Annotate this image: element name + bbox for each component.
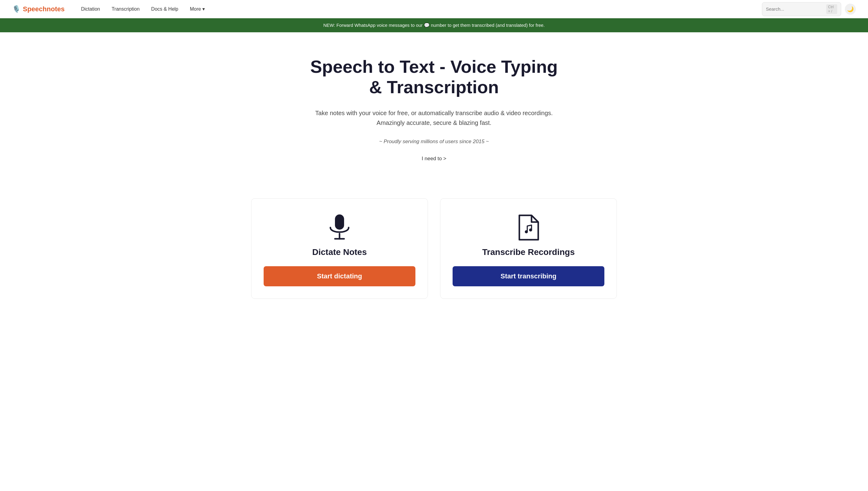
hero-cta[interactable]: I need to > — [309, 156, 559, 162]
audio-file-card-icon — [453, 214, 605, 241]
start-transcribing-button[interactable]: Start transcribing — [453, 266, 605, 286]
whatsapp-icon: 💬 — [424, 23, 431, 28]
brand-name: Speechnotes — [23, 5, 65, 13]
hero-subtitle-line1: Take notes with your voice for free, or … — [315, 110, 553, 116]
transcribe-card-title: Transcribe Recordings — [453, 247, 605, 257]
brand-logo[interactable]: 🎙️ Speechnotes — [12, 5, 65, 13]
navbar: 🎙️ Speechnotes Dictation Transcription D… — [0, 0, 868, 18]
hero-subtitle-line2: Amazingly accurate, secure & blazing fas… — [377, 119, 492, 126]
nav-docs-help[interactable]: Docs & Help — [147, 4, 183, 14]
search-input[interactable] — [766, 6, 824, 11]
transcribe-card: Transcribe Recordings Start transcribing — [440, 198, 617, 299]
svg-point-4 — [529, 228, 532, 231]
cards-section: Dictate Notes Start dictating Transcribe… — [221, 198, 647, 299]
hero-section: Speech to Text - Voice Typing & Transcri… — [297, 32, 571, 198]
hero-title: Speech to Text - Voice Typing & Transcri… — [309, 57, 559, 97]
nav-links: Dictation Transcription Docs & Help More… — [77, 4, 762, 14]
nav-more[interactable]: More ▾ — [186, 4, 209, 14]
microphone-icon: 🎙️ — [12, 5, 21, 13]
svg-point-3 — [525, 230, 528, 233]
banner-text-prefix: NEW: Forward WhatsApp voice messages to … — [324, 23, 423, 28]
dictate-card-title: Dictate Notes — [263, 247, 415, 257]
search-box[interactable]: Ctrl + / — [762, 2, 841, 16]
start-dictating-button[interactable]: Start dictating — [263, 266, 415, 286]
svg-rect-0 — [335, 214, 344, 230]
nav-transcription[interactable]: Transcription — [107, 4, 144, 14]
microphone-card-icon — [263, 214, 415, 241]
navbar-right: Ctrl + / 🌙 — [762, 2, 856, 16]
hero-tagline: ~ Proudly serving millions of users sinc… — [309, 139, 559, 145]
announcement-banner: NEW: Forward WhatsApp voice messages to … — [0, 18, 868, 32]
nav-dictation[interactable]: Dictation — [77, 4, 104, 14]
dictate-card: Dictate Notes Start dictating — [251, 198, 428, 299]
theme-toggle-button[interactable]: 🌙 — [845, 4, 856, 15]
search-shortcut: Ctrl + / — [826, 4, 837, 14]
moon-icon: 🌙 — [847, 6, 854, 12]
hero-subtitle: Take notes with your voice for free, or … — [309, 108, 559, 127]
banner-text-suffix: number to get them transcribed (and tran… — [431, 23, 545, 28]
